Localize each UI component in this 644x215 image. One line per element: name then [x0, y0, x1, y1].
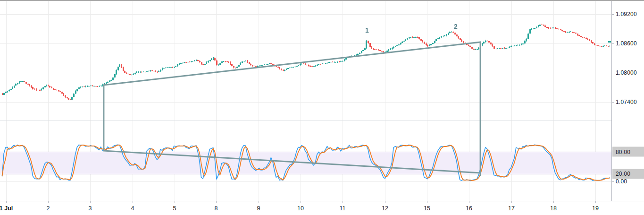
- time-axis-label: 17: [508, 205, 515, 212]
- time-axis-tick: [595, 201, 596, 203]
- time-axis-tick: [469, 201, 469, 203]
- time-axis-tick: [6, 201, 7, 203]
- time-axis-label: 10: [297, 205, 304, 212]
- stoch-axis-tick: [612, 181, 614, 182]
- divergence-point-1-label[interactable]: 1: [365, 26, 369, 34]
- time-axis-tick: [90, 201, 91, 203]
- price-axis-label: 1.08600: [616, 40, 637, 47]
- time-axis-label: 4: [131, 205, 134, 212]
- price-axis-tick: [612, 73, 614, 73]
- price-axis-label: 1.07400: [616, 99, 637, 105]
- divergence-point-2-label[interactable]: 2: [454, 23, 458, 30]
- time-axis-tick: [48, 201, 49, 203]
- stoch-level-label: 20.00: [612, 171, 630, 177]
- time-axis-tick: [511, 201, 512, 203]
- stoch-level-chip: 20.00: [612, 169, 644, 179]
- time-axis-tick: [301, 201, 301, 203]
- time-axis-label: 1 Jul: [0, 205, 13, 212]
- time-axis-label: 16: [466, 205, 472, 212]
- time-axis-label: 5: [173, 205, 176, 212]
- time-axis-label: 3: [89, 205, 92, 212]
- time-axis-tick: [175, 201, 175, 203]
- window-top-border: [0, 0, 644, 1]
- time-axis-tick: [427, 201, 427, 203]
- time-axis-label: 9: [257, 205, 260, 212]
- price-axis-label: 1.09200: [616, 11, 637, 17]
- stoch-axis-label: 0.00: [616, 178, 627, 185]
- price-axis-tick: [612, 43, 614, 44]
- stoch-level-label: 80.00: [612, 148, 630, 155]
- time-axis[interactable]: 1 Jul2345891011121516171819: [0, 201, 644, 215]
- stoch-level-chip: 80.00: [612, 147, 644, 157]
- time-axis-tick: [216, 201, 217, 203]
- time-axis-label: 19: [592, 205, 599, 212]
- price-axis-tick: [612, 102, 614, 103]
- time-axis-label: 8: [215, 205, 218, 212]
- time-axis-label: 15: [424, 205, 430, 212]
- price-axis-tick: [612, 14, 614, 15]
- time-axis-tick: [133, 201, 133, 203]
- time-axis-tick: [343, 201, 343, 203]
- last-price-marker: [608, 41, 611, 43]
- price-axis-label: 1.08000: [616, 69, 637, 76]
- panel-separator[interactable]: [0, 120, 611, 121]
- time-axis-label: 2: [47, 205, 50, 212]
- time-axis-label: 11: [340, 205, 346, 212]
- time-axis-tick: [553, 201, 554, 203]
- time-axis-label: 18: [550, 205, 557, 212]
- time-axis-label: 12: [382, 205, 388, 212]
- time-axis-tick: [259, 201, 259, 203]
- trading-chart-window: 1 2 1.092001.086001.080001.0740080.0020.…: [0, 0, 644, 215]
- chart-canvas[interactable]: [0, 0, 644, 215]
- time-axis-tick: [385, 201, 385, 203]
- price-axis[interactable]: 1.092001.086001.080001.0740080.0020.000.…: [611, 0, 644, 201]
